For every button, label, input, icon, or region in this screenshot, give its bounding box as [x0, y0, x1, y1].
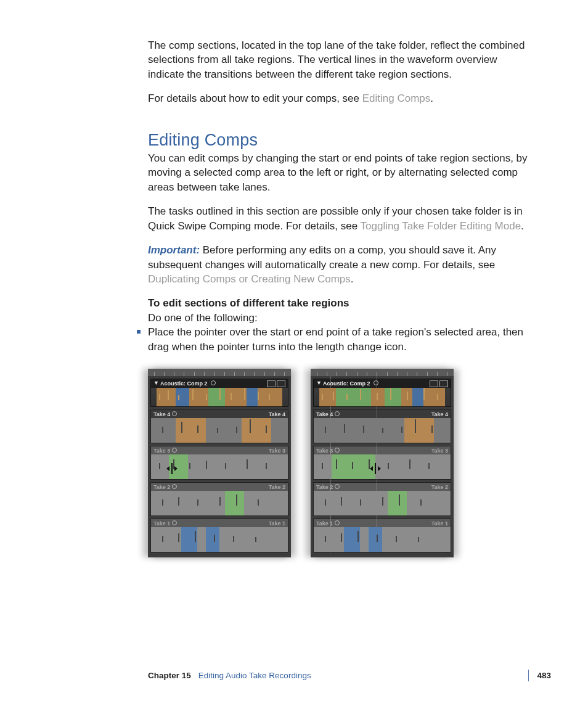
take-lane-3: Take 3 Take 3 [150, 446, 288, 480]
take-waveform-1 [314, 527, 451, 552]
intro-paragraph-1: The comp sections, located in the top la… [148, 38, 534, 81]
color-ring-icon [172, 448, 177, 453]
disclosure-triangle-icon: ▼ [316, 380, 322, 386]
take-lane-4: Take 4 Take 4 [150, 409, 288, 443]
take-waveform-4 [314, 418, 451, 443]
comp-loop-icon [267, 380, 276, 387]
take-lane-3: Take 3 Take 3 [313, 446, 451, 480]
comp-title: ▼ Acoustic: Comp 2 [153, 380, 216, 387]
comp-menu-icon [277, 380, 285, 387]
color-ring-icon [172, 520, 177, 525]
length-change-cursor-icon [168, 464, 176, 473]
task-bullets: Place the pointer over the start or end … [148, 325, 534, 354]
disclosure-triangle-icon: ▼ [153, 380, 159, 386]
bullet-icon [137, 330, 141, 334]
comp-menu-icon [439, 380, 448, 387]
take-header-1: Take 1 Take 1 [314, 519, 451, 527]
color-ring-icon [211, 380, 216, 385]
comp-header-buttons [430, 380, 448, 387]
comp-title: ▼ Acoustic: Comp 2 [316, 380, 378, 387]
take-header-2: Take 2 Take 2 [314, 483, 451, 491]
section-paragraph-2: The tasks outlined in this section are p… [148, 204, 534, 233]
comp-waveform [314, 388, 451, 406]
comp-loop-icon [430, 380, 438, 387]
screenshot-left: ▼ Acoustic: Comp 2 [148, 369, 291, 557]
link-toggling-mode[interactable]: Toggling Take Folder Editing Mode [361, 220, 521, 232]
color-ring-icon [335, 448, 340, 453]
intro-p2-text-b: . [430, 92, 433, 104]
take-header-2: Take 2 Take 2 [151, 483, 288, 491]
color-ring-icon [335, 484, 340, 489]
timeline-ruler [148, 369, 291, 376]
take-waveform-3 [314, 454, 451, 479]
comp-lane-header: ▼ Acoustic: Comp 2 [151, 379, 288, 388]
color-ring-icon [335, 411, 340, 416]
take-lane-4: Take 4 Take 4 [313, 409, 451, 443]
take-waveform-2 [314, 491, 451, 515]
take-header-4: Take 4 Take 4 [314, 410, 451, 418]
take-waveform-2 [151, 491, 288, 515]
section-p2-text-b: . [521, 220, 524, 232]
take-header-1: Take 1 Take 1 [151, 519, 288, 527]
screenshot-right: ▼ Acoustic: Comp 2 [311, 369, 454, 557]
length-change-cursor-icon [371, 464, 380, 473]
page-footer: Chapter 15 Editing Audio Take Recordings… [148, 671, 551, 680]
timeline-ruler [311, 369, 454, 376]
take-waveform-1 [151, 527, 288, 552]
take-lane-2: Take 2 Take 2 [313, 482, 451, 516]
bullet-item-1: Place the pointer over the start or end … [138, 325, 534, 354]
comp-lane-header: ▼ Acoustic: Comp 2 [314, 379, 451, 388]
important-label: Important: [148, 244, 200, 256]
task-subheading: Do one of the following: [148, 312, 258, 324]
take-header-4: Take 4 Take 4 [151, 410, 288, 418]
bullet-text-1: Place the pointer over the start or end … [148, 325, 534, 354]
take-lane-1: Take 1 Take 1 [150, 519, 288, 552]
waveform-icon [314, 395, 451, 400]
take-lane-2: Take 2 Take 2 [150, 482, 288, 516]
waveform-icon [151, 395, 288, 400]
comp-lane: ▼ Acoustic: Comp 2 [150, 379, 288, 407]
task-heading: To edit sections of different take regio… [148, 297, 349, 309]
comp-lane: ▼ Acoustic: Comp 2 [313, 379, 451, 407]
take-lane-1: Take 1 Take 1 [313, 519, 451, 552]
important-text-a: Before performing any edits on a comp, y… [148, 244, 496, 270]
section-heading-editing-comps: Editing Comps [148, 131, 534, 150]
link-duplicating-comps[interactable]: Duplicating Comps or Creating New Comps [148, 273, 351, 285]
screenshot-row: ▼ Acoustic: Comp 2 [148, 369, 534, 557]
color-ring-icon [172, 411, 177, 416]
take-waveform-4 [151, 418, 288, 443]
take-waveform-3 [151, 454, 288, 479]
color-ring-icon [172, 484, 177, 489]
color-ring-icon [335, 520, 340, 525]
important-text-b: . [351, 273, 354, 285]
intro-p2-text-a: For details about how to edit your comps… [148, 92, 362, 104]
take-header-3: Take 3 Take 3 [151, 446, 288, 454]
footer-divider [528, 670, 529, 681]
section-paragraph-1: You can edit comps by changing the start… [148, 151, 534, 194]
important-note: Important: Before performing any edits o… [148, 243, 534, 286]
take-header-3: Take 3 Take 3 [314, 446, 451, 454]
task-block: To edit sections of different take regio… [148, 296, 534, 325]
chapter-title: Editing Audio Take Recordings [198, 671, 311, 680]
comp-waveform [151, 388, 288, 406]
link-editing-comps[interactable]: Editing Comps [362, 92, 431, 104]
intro-paragraph-2: For details about how to edit your comps… [148, 91, 534, 105]
page-number: 483 [537, 671, 551, 680]
chapter-number: Chapter 15 [148, 671, 191, 680]
comp-header-buttons [267, 380, 285, 387]
